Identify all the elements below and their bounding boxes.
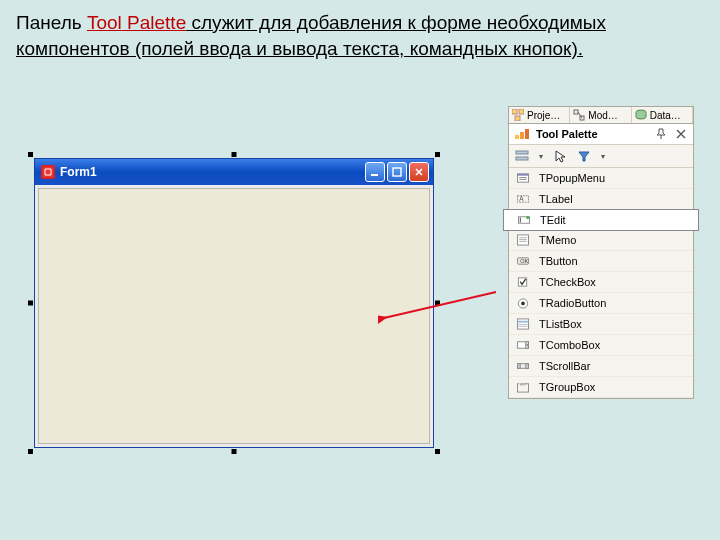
radio-icon	[515, 296, 531, 310]
categories-icon[interactable]	[515, 149, 529, 163]
tab-data[interactable]: Data…	[632, 107, 693, 123]
tab-project[interactable]: Proje…	[509, 107, 570, 123]
svg-rect-17	[517, 174, 528, 176]
form-app-icon	[41, 165, 55, 179]
svg-rect-11	[515, 135, 519, 139]
svg-rect-4	[512, 109, 517, 114]
tab-model[interactable]: Mod…	[570, 107, 631, 123]
maximize-button[interactable]	[387, 162, 407, 182]
form-title: Form1	[60, 165, 365, 179]
svg-rect-41	[517, 364, 520, 369]
close-button[interactable]	[409, 162, 429, 182]
palette-item-label: TRadioButton	[539, 297, 606, 309]
dropdown-icon[interactable]: ▾	[601, 152, 605, 161]
filter-icon[interactable]	[577, 149, 591, 163]
palette-item-label: TMemo	[539, 234, 576, 246]
palette-toolbar: ▾ ▾	[509, 145, 693, 168]
svg-text:grp: grp	[520, 382, 525, 386]
caption-text: Панель Tool Palette служит для добавлени…	[0, 0, 720, 75]
pointer-icon[interactable]	[553, 149, 567, 163]
pin-icon[interactable]	[654, 127, 668, 141]
palette-icon	[514, 127, 530, 141]
svg-text:A: A	[519, 195, 524, 202]
dropdown-icon[interactable]: ▾	[539, 152, 543, 161]
checkbox-icon	[515, 275, 531, 289]
palette-item-tlabel[interactable]: ATLabel	[509, 189, 693, 210]
svg-rect-1	[371, 174, 378, 176]
palette-header: Tool Palette	[509, 124, 693, 145]
palette-item-tcheckbox[interactable]: TCheckBox	[509, 272, 693, 293]
model-icon	[573, 109, 585, 121]
svg-rect-13	[525, 129, 529, 139]
svg-rect-6	[515, 116, 520, 121]
memo-icon	[515, 233, 531, 247]
palette-item-label: TLabel	[539, 193, 573, 205]
palette-item-tbutton[interactable]: OKTButton	[509, 251, 693, 272]
palette-item-tradiobutton[interactable]: TRadioButton	[509, 293, 693, 314]
palette-title: Tool Palette	[536, 128, 648, 140]
svg-rect-5	[519, 109, 524, 114]
edit-icon	[516, 213, 532, 227]
tab-label: Data…	[650, 110, 681, 121]
form-design-surface[interactable]	[38, 188, 430, 444]
svg-rect-42	[526, 364, 529, 369]
button-icon: OK	[515, 254, 531, 268]
minimize-button[interactable]	[365, 162, 385, 182]
palette-item-tgroupbox[interactable]: grpTGroupBox	[509, 377, 693, 398]
palette-item-label: TButton	[539, 255, 578, 267]
svg-rect-14	[516, 151, 528, 154]
form-designer-window[interactable]: Form1	[34, 158, 434, 448]
listbox-icon	[515, 317, 531, 331]
data-icon	[635, 109, 647, 121]
palette-item-label: TGroupBox	[539, 381, 595, 393]
tab-label: Proje…	[527, 110, 560, 121]
project-tree-icon	[512, 109, 524, 121]
tab-label: Mod…	[588, 110, 617, 121]
palette-item-label: TEdit	[540, 214, 566, 226]
svg-rect-12	[520, 132, 524, 139]
svg-point-24	[526, 216, 529, 219]
svg-rect-2	[393, 168, 401, 176]
svg-text:OK: OK	[520, 258, 528, 264]
popup-icon	[515, 171, 531, 185]
group-icon: grp	[515, 380, 531, 394]
palette-item-tmemo[interactable]: TMemo	[509, 230, 693, 251]
svg-point-33	[521, 302, 525, 306]
svg-rect-15	[516, 157, 528, 160]
palette-list: TPopupMenuATLabelTEditTMemoOKTButtonTChe…	[509, 168, 693, 398]
palette-item-tpopupmenu[interactable]: TPopupMenu	[509, 168, 693, 189]
tool-palette-panel: Proje… Mod… Data… Tool Palette	[508, 106, 694, 399]
palette-item-label: TListBox	[539, 318, 582, 330]
label-icon: A	[515, 192, 531, 206]
form-titlebar[interactable]: Form1	[35, 159, 433, 185]
palette-item-label: TPopupMenu	[539, 172, 605, 184]
palette-item-tedit[interactable]: TEdit	[503, 209, 699, 231]
palette-item-tcombobox[interactable]: TComboBox	[509, 335, 693, 356]
palette-item-tscrollbar[interactable]: TScrollBar	[509, 356, 693, 377]
panel-close-icon[interactable]	[674, 127, 688, 141]
palette-item-label: TComboBox	[539, 339, 600, 351]
panel-tabs: Proje… Mod… Data…	[509, 107, 693, 124]
palette-item-label: TScrollBar	[539, 360, 590, 372]
svg-rect-7	[574, 110, 578, 114]
palette-item-tlistbox[interactable]: TListBox	[509, 314, 693, 335]
palette-item-label: TCheckBox	[539, 276, 596, 288]
combo-icon	[515, 338, 531, 352]
scroll-icon	[515, 359, 531, 373]
svg-rect-35	[517, 321, 528, 323]
